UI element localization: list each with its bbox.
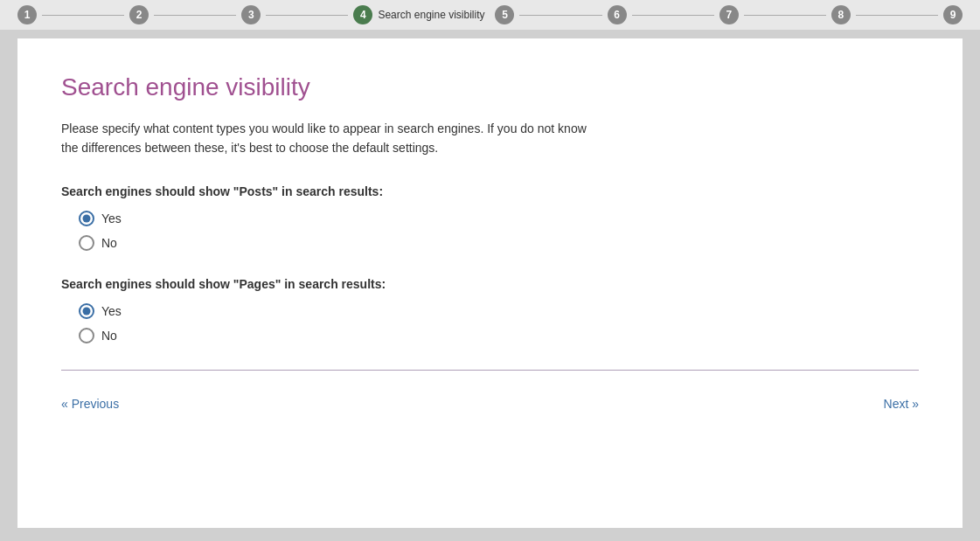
step-line-5: [519, 15, 601, 16]
step-3[interactable]: 3: [241, 5, 353, 24]
pages-label: Search engines should show "Pages" in se…: [61, 277, 919, 291]
posts-yes-label: Yes: [101, 212, 122, 225]
page-title: Search engine visibility: [61, 73, 919, 101]
progress-bar: 1 2 3 4 Search engine visibility 5 6 7: [0, 0, 980, 30]
pages-section: Search engines should show "Pages" in se…: [61, 277, 919, 343]
step-circle-6: 6: [608, 5, 627, 24]
pages-radio-group: Yes No: [61, 303, 919, 343]
step-2[interactable]: 2: [129, 5, 241, 24]
progress-steps: 1 2 3 4 Search engine visibility 5 6 7: [17, 5, 963, 24]
main-card: Search engine visibility Please specify …: [17, 38, 963, 528]
posts-section: Search engines should show "Posts" in se…: [61, 184, 919, 251]
step-1[interactable]: 1: [17, 5, 129, 24]
step-8[interactable]: 8: [831, 5, 943, 24]
step-circle-9: 9: [943, 5, 963, 24]
step-line-1: [42, 15, 124, 16]
next-link[interactable]: Next »: [884, 397, 919, 411]
step-5[interactable]: 5: [495, 5, 607, 24]
pages-no-radio[interactable]: [79, 328, 94, 343]
step-line-2: [154, 15, 236, 16]
posts-no-option[interactable]: No: [79, 235, 919, 251]
step-4[interactable]: 4 Search engine visibility: [353, 5, 495, 24]
posts-label: Search engines should show "Posts" in se…: [61, 184, 919, 198]
posts-no-radio[interactable]: [79, 235, 94, 251]
step-circle-5: 5: [495, 5, 514, 24]
step-line-6: [632, 15, 714, 16]
posts-yes-radio[interactable]: [79, 211, 94, 226]
pages-yes-option[interactable]: Yes: [79, 303, 919, 319]
step-line-3: [266, 15, 348, 16]
posts-no-label: No: [101, 236, 117, 250]
pages-yes-label: Yes: [101, 304, 122, 318]
step-label-4: Search engine visibility: [378, 9, 484, 21]
step-9[interactable]: 9: [943, 5, 963, 24]
pages-yes-radio[interactable]: [79, 303, 94, 319]
card-footer: « Previous Next »: [61, 388, 919, 411]
previous-link[interactable]: « Previous: [61, 397, 119, 411]
page-description: Please specify what content types you wo…: [61, 119, 603, 158]
pages-no-label: No: [101, 329, 117, 343]
step-circle-1: 1: [17, 5, 37, 24]
step-circle-2: 2: [129, 5, 149, 24]
step-7[interactable]: 7: [719, 5, 831, 24]
posts-radio-group: Yes No: [61, 211, 919, 251]
pages-no-option[interactable]: No: [79, 328, 919, 343]
step-circle-3: 3: [241, 5, 261, 24]
footer-divider: [61, 370, 919, 371]
step-line-8: [856, 15, 938, 16]
step-circle-7: 7: [719, 5, 739, 24]
step-line-7: [744, 15, 826, 16]
step-circle-4: 4: [353, 5, 372, 24]
step-circle-8: 8: [831, 5, 851, 24]
posts-yes-option[interactable]: Yes: [79, 211, 919, 226]
step-6[interactable]: 6: [608, 5, 719, 24]
